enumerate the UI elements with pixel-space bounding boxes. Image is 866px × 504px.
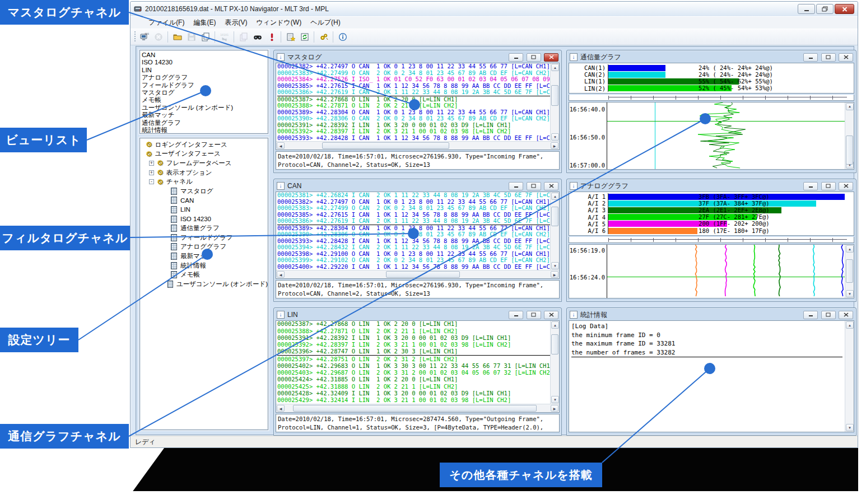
vertical-scrollbar[interactable]: ▲▼ [550, 192, 559, 270]
log-line[interactable]: 000025388> +42.27871 O LIN 2 OK 2 21 1 [… [277, 102, 550, 109]
scroll-up-button[interactable]: ▲ [551, 193, 559, 200]
tree-expand-minus-icon[interactable]: - [149, 179, 154, 184]
scrollbar-thumb[interactable] [322, 142, 449, 149]
close-button[interactable] [544, 182, 558, 190]
close-button[interactable] [839, 53, 853, 62]
log-line[interactable]: 000025392> +42.28397 I LIN 2 OK 3 21 1 0… [277, 342, 550, 348]
scroll-up-button[interactable]: ▲ [551, 64, 559, 71]
vertical-scrollbar[interactable]: ▲▼ [845, 321, 854, 432]
log-view[interactable]: 000025381> +42.26824 I CAN 2 OK 1 11 22 … [276, 192, 560, 279]
toolbar-info-button[interactable] [336, 31, 350, 44]
scroll-down-button[interactable]: ▼ [846, 290, 854, 297]
scroll-right-button[interactable]: ▶ [551, 271, 558, 278]
tree-item[interactable]: ⚙ユーザインタフェース [141, 150, 268, 159]
scroll-up-button[interactable]: ▲ [846, 321, 854, 329]
toolbar-logging-button[interactable]: 10101 [137, 31, 151, 44]
log-line[interactable]: 000025424> +42.31885 O LIN 1 OK 2 20 0 [… [277, 376, 550, 383]
view-list-item[interactable]: フィールドグラフ [142, 82, 268, 89]
scrollbar-thumb[interactable] [846, 259, 853, 282]
log-line[interactable]: 000025428> +42.32409 I LIN 1 OK 3 20 0 0… [277, 390, 550, 397]
minimize-button[interactable] [803, 311, 818, 319]
log-line[interactable]: 000025386> +42.27619 I CAN 2 OK 1 11 22 … [277, 218, 550, 225]
app-titlebar[interactable]: 20100218165619.dat - MLT PX-10 Navigator… [131, 2, 858, 16]
statistics-view[interactable]: [Log Data]the minimum frame ID = 0the ma… [569, 320, 854, 432]
vertical-scrollbar[interactable]: ▲▼ [845, 102, 854, 169]
view-list-item[interactable]: マスタログ [142, 89, 268, 96]
log-line[interactable]: 000025388> +42.27871 O LIN 2 OK 2 21 1 [… [277, 328, 550, 335]
log-line[interactable]: 000025382> +42.27497 O CAN 1 OK 0 1 23 8… [277, 63, 550, 70]
log-line[interactable]: 000025390> +42.28306 O CAN 2 OK 0 2 34 8… [277, 231, 550, 238]
minimize-button[interactable] [798, 4, 815, 14]
log-line[interactable]: 000025429> +42.32414 I LIN 2 OK 3 21 1 0… [277, 397, 550, 404]
window-titlebar[interactable]: ↓ 統計情報 [569, 309, 854, 320]
log-line[interactable]: 000025384> +42.27526 I ISO_ 1 OK 01 C0 5… [277, 76, 550, 83]
minimize-button[interactable] [803, 182, 818, 190]
scroll-left-button[interactable]: ◀ [277, 271, 285, 278]
traffic-time-plot[interactable]: 16:56:40.016:56:50.016:57:00.0 ▲▼ [569, 102, 854, 170]
restore-button[interactable] [527, 53, 541, 62]
toolbar-alert-button[interactable] [264, 31, 278, 44]
restore-button[interactable] [821, 182, 836, 190]
log-line[interactable]: 000025402> +42.29683 O LIN 1 OK 3 30 3 0… [277, 363, 550, 370]
toolbar-gears-button[interactable] [316, 31, 330, 44]
scroll-down-button[interactable]: ▼ [551, 396, 559, 403]
log-line[interactable]: 000025393> +42.28428 I CAN 1 OK 1 12 34 … [277, 135, 550, 142]
tree-item[interactable]: メモ帳 [141, 270, 268, 279]
tree-item[interactable]: ISO 14230 [141, 214, 268, 224]
log-line[interactable]: 000025386> +42.27619 I CAN 2 OK 1 11 22 … [277, 89, 550, 96]
menu-view[interactable]: 表示(V) [220, 16, 252, 29]
restore-button[interactable] [821, 311, 836, 319]
analog-time-plot[interactable]: 16:56:19.016:56:24.0 ▲▼ [569, 244, 854, 298]
tree-item[interactable]: マスタログ [141, 186, 268, 196]
restore-button[interactable] [816, 4, 834, 14]
log-line[interactable]: 000025381> +42.26824 I CAN 2 OK 1 11 22 … [277, 192, 550, 199]
close-button[interactable] [839, 311, 853, 319]
restore-button[interactable] [527, 182, 541, 190]
tree-item[interactable]: ユーザコンソール (オンボード) [141, 279, 268, 289]
scrollbar-thumb[interactable] [551, 207, 558, 226]
scroll-left-button[interactable]: ◀ [277, 142, 285, 149]
log-view[interactable]: 000025387> +42.27868 O LIN 1 OK 2 20 0 [… [276, 320, 560, 413]
scrollbar-thumb[interactable] [386, 271, 460, 278]
scrollbar-thumb[interactable] [846, 136, 853, 165]
horizontal-scrollbar[interactable]: ◀▶ [276, 270, 559, 278]
window-titlebar[interactable]: ↓ 通信量グラフ [569, 52, 854, 63]
view-list-item[interactable]: アナロググラフ [142, 74, 268, 81]
scroll-left-button[interactable]: ◀ [277, 405, 285, 412]
log-line[interactable]: 000025425> +42.31888 O LIN 2 OK 2 21 1 [… [277, 384, 550, 390]
toolbar-new-view-button[interactable] [283, 31, 297, 44]
view-list-item[interactable]: 通信量グラフ [142, 119, 268, 127]
scroll-down-button[interactable]: ▼ [846, 424, 854, 431]
menu-window[interactable]: ウィンドウ(W) [252, 16, 306, 29]
tree-item[interactable]: -⚙チャネル [141, 177, 268, 186]
horizontal-scrollbar[interactable]: ◀▶ [276, 404, 559, 412]
tree-item[interactable]: ⚙ロギングインタフェース [141, 140, 268, 150]
scroll-up-button[interactable]: ▲ [846, 245, 854, 253]
log-line[interactable]: 000025396> +42.28747 O LIN 1 OK 2 30 3 [… [277, 348, 550, 356]
toolbar-find-button[interactable] [250, 31, 264, 44]
scroll-right-button[interactable]: ▶ [551, 405, 558, 412]
minimize-button[interactable] [509, 182, 523, 190]
view-list-item[interactable]: LIN [142, 67, 268, 74]
view-list-item[interactable]: ユーザコンソール (オンボード) [142, 104, 268, 111]
minimize-button[interactable] [803, 53, 818, 62]
scrollbar-thumb[interactable] [293, 405, 537, 412]
scroll-down-button[interactable]: ▼ [551, 262, 559, 269]
tree-item[interactable]: +⚙表示オプション [141, 168, 268, 178]
vertical-scrollbar[interactable]: ▲▼ [550, 321, 559, 404]
scroll-right-button[interactable]: ▶ [551, 142, 558, 149]
log-line[interactable]: 000025399> +42.29102 O CAN 2 OK 0 2 34 8… [277, 257, 550, 264]
horizontal-scrollbar[interactable]: ◀▶ [276, 141, 559, 150]
toolbar-copy-pages-button[interactable] [198, 31, 212, 44]
close-button[interactable] [839, 182, 853, 190]
scrollbar-thumb[interactable] [551, 334, 558, 354]
log-line[interactable]: 000025383> +42.27499 O CAN 2 OK 0 2 34 8… [277, 205, 550, 212]
log-line[interactable]: 000025390> +42.28306 O CAN 2 OK 0 2 34 8… [277, 115, 550, 122]
tree-expand-plus-icon[interactable]: + [149, 161, 154, 166]
tree-item[interactable]: LIN [141, 205, 268, 214]
tree-expand-plus-icon[interactable]: + [149, 170, 154, 175]
tree-item[interactable]: CAN [141, 196, 268, 206]
window-titlebar[interactable]: ↓ アナロググラフ [569, 180, 854, 192]
restore-button[interactable] [527, 311, 541, 319]
log-line[interactable]: 000025400> +42.29220 I CAN 1 OK 1 12 34 … [277, 264, 550, 270]
